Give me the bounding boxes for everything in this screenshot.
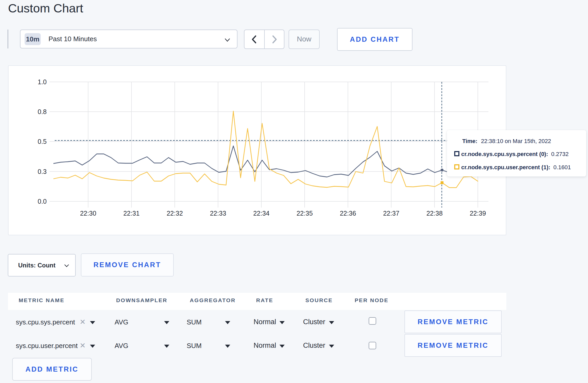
svg-text:22:36: 22:36 <box>340 210 356 217</box>
svg-text:22:39: 22:39 <box>470 210 486 217</box>
svg-text:0.5: 0.5 <box>38 138 47 145</box>
svg-text:22:31: 22:31 <box>123 210 140 217</box>
svg-text:22:34: 22:34 <box>253 210 270 217</box>
svg-text:22:37: 22:37 <box>383 210 400 217</box>
svg-text:22:33: 22:33 <box>210 210 226 217</box>
svg-text:1.0: 1.0 <box>38 78 47 86</box>
svg-text:22:38: 22:38 <box>426 210 443 217</box>
svg-text:0.0: 0.0 <box>38 198 47 205</box>
svg-text:22:32: 22:32 <box>167 210 183 217</box>
svg-text:0.3: 0.3 <box>38 168 47 175</box>
svg-text:22:35: 22:35 <box>297 210 313 217</box>
svg-text:0.8: 0.8 <box>38 108 47 115</box>
svg-text:22:30: 22:30 <box>80 210 96 217</box>
